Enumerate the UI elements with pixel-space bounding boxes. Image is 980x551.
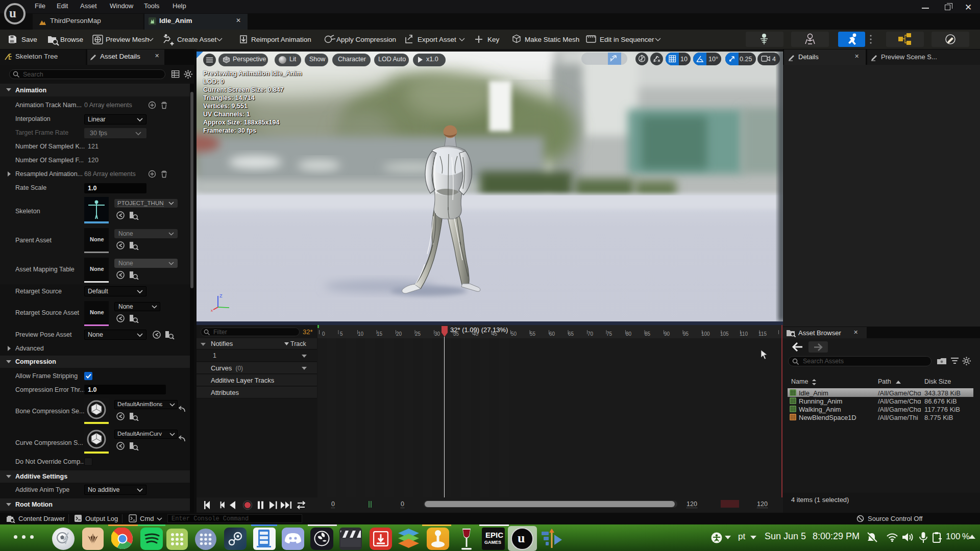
svg-text:15: 15 xyxy=(377,331,383,337)
svg-text:Save: Save xyxy=(21,36,37,43)
svg-text:55: 55 xyxy=(530,331,536,337)
svg-text:110: 110 xyxy=(740,331,748,337)
svg-text:Preview Mesh: Preview Mesh xyxy=(106,36,149,43)
svg-text:90: 90 xyxy=(664,331,670,337)
svg-text:Edit in Sequencer: Edit in Sequencer xyxy=(600,36,654,43)
svg-text:Reimport Animation: Reimport Animation xyxy=(251,36,311,43)
svg-text:70: 70 xyxy=(587,331,594,337)
svg-text:25: 25 xyxy=(415,331,421,337)
svg-text:Export Asset: Export Asset xyxy=(418,36,456,43)
svg-text:85: 85 xyxy=(645,331,651,337)
svg-text:75: 75 xyxy=(606,331,612,337)
svg-text:60: 60 xyxy=(549,331,555,337)
svg-text:65: 65 xyxy=(568,331,574,337)
svg-text:Z: Z xyxy=(219,293,223,298)
svg-text:Key: Key xyxy=(487,36,500,43)
svg-text:0: 0 xyxy=(322,331,325,337)
svg-text:100: 100 xyxy=(701,331,710,337)
svg-text:10: 10 xyxy=(358,331,364,337)
svg-text:Make Static Mesh: Make Static Mesh xyxy=(525,36,579,43)
svg-text:x: x xyxy=(211,308,213,313)
svg-text:Browse: Browse xyxy=(60,36,83,43)
svg-text:105: 105 xyxy=(720,331,729,337)
svg-text:80: 80 xyxy=(626,331,632,337)
svg-text:95: 95 xyxy=(683,331,689,337)
svg-text:Create Asset: Create Asset xyxy=(177,36,217,43)
svg-text:Apply Compression: Apply Compression xyxy=(336,36,396,43)
svg-text:30: 30 xyxy=(434,331,440,337)
svg-text:20: 20 xyxy=(396,331,402,337)
svg-text:50: 50 xyxy=(511,331,517,337)
svg-text:5: 5 xyxy=(340,331,343,337)
